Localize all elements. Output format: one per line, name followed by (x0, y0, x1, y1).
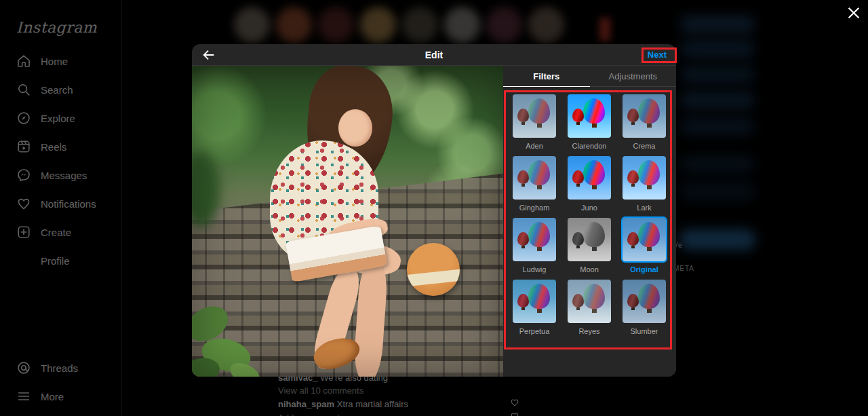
balloon-small (627, 294, 639, 307)
filter-option-perpetua[interactable]: Perpetua (513, 280, 556, 335)
filter-name: Clarendon (568, 142, 611, 150)
filter-thumbnail (513, 94, 556, 138)
balloon-small (627, 232, 639, 246)
filter-name: Aden (513, 142, 556, 150)
balloon-small (572, 170, 584, 184)
tab-filters[interactable]: Filters (503, 66, 590, 86)
filter-thumbnail (513, 280, 556, 323)
filter-option-lark[interactable]: Lark (623, 156, 666, 212)
balloon-small (517, 170, 529, 184)
filter-name: Ludwig (513, 265, 556, 273)
filter-option-reyes[interactable]: Reyes (568, 280, 611, 335)
balloon-large (528, 222, 550, 247)
filter-option-slumber[interactable]: Slumber (623, 280, 666, 335)
filter-option-crema[interactable]: Crema (623, 94, 666, 150)
back-button[interactable] (201, 48, 216, 62)
balloon-large (583, 98, 605, 124)
filter-thumbnail (568, 280, 611, 323)
balloon-small (572, 232, 584, 246)
filter-thumbnail (513, 156, 556, 200)
edit-modal: Edit Next Fi (192, 44, 676, 377)
balloon-small (627, 109, 639, 122)
balloon-small (627, 170, 639, 184)
filter-grid: Aden Clarendon Crema Gingham (503, 87, 676, 341)
balloon-small (572, 294, 584, 307)
filter-thumbnail (568, 218, 611, 261)
balloon-small (517, 294, 529, 307)
balloon-large (583, 160, 605, 185)
filter-name: Moon (568, 265, 611, 273)
filter-thumbnail (568, 156, 611, 200)
filters-panel: Filters Adjustments Aden Clarendon Crema (503, 66, 676, 377)
filter-name: Crema (623, 142, 666, 150)
modal-header: Edit Next (192, 44, 676, 66)
filter-thumbnail (568, 94, 611, 138)
edit-photo-preview (192, 66, 503, 377)
filter-thumbnail (513, 218, 556, 261)
filter-thumbnail (623, 218, 666, 261)
filter-tabs: Filters Adjustments (503, 66, 676, 87)
next-button[interactable]: Next (648, 50, 667, 60)
filter-option-clarendon[interactable]: Clarendon (568, 94, 611, 150)
filter-name: Lark (623, 204, 666, 212)
balloon-large (583, 222, 605, 247)
modal-title: Edit (192, 50, 676, 60)
balloon-large (638, 284, 660, 309)
balloon-large (528, 284, 550, 309)
modal-body: Filters Adjustments Aden Clarendon Crema (192, 66, 676, 377)
filter-name: Perpetua (513, 327, 556, 335)
close-icon[interactable] (846, 5, 861, 20)
balloon-large (638, 98, 660, 124)
filter-thumbnail (623, 156, 666, 200)
filter-name: Gingham (513, 204, 556, 212)
filter-name: Juno (568, 204, 611, 212)
balloon-large (638, 222, 660, 247)
filter-option-moon[interactable]: Moon (568, 218, 611, 273)
balloon-large (583, 284, 605, 309)
balloon-small (572, 109, 584, 122)
balloon-small (517, 109, 529, 122)
filter-name: Reyes (568, 327, 611, 335)
filter-option-juno[interactable]: Juno (568, 156, 611, 212)
balloon-large (638, 160, 660, 185)
filter-name: Original (623, 265, 666, 273)
balloon-large (528, 160, 550, 185)
filter-option-aden[interactable]: Aden (513, 94, 556, 150)
filter-name: Slumber (623, 327, 666, 335)
filter-option-original[interactable]: Original (623, 218, 666, 273)
filter-option-gingham[interactable]: Gingham (513, 156, 556, 212)
tab-adjustments[interactable]: Adjustments (590, 66, 677, 86)
balloon-small (517, 232, 529, 246)
filter-thumbnail (623, 94, 666, 138)
filter-thumbnail (623, 280, 666, 323)
balloon-large (528, 98, 550, 124)
photo-vignette (192, 66, 503, 377)
filter-option-ludwig[interactable]: Ludwig (513, 218, 556, 273)
